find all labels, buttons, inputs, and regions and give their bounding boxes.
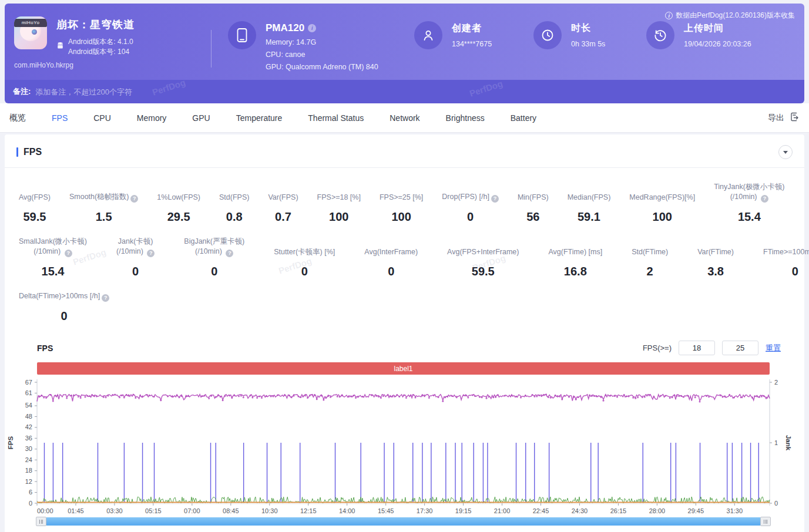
stat-label: Avg(FPS+InterFrame) bbox=[447, 247, 519, 257]
duration-label: 时长 bbox=[571, 22, 605, 35]
stat-label: Avg(FPS) bbox=[19, 193, 51, 203]
stat-label: Smooth(稳帧指数)? bbox=[69, 192, 138, 203]
section-accent bbox=[16, 147, 18, 157]
duration-value: 0h 33m 5s bbox=[571, 40, 605, 48]
creator-block: 创建者 134****7675 bbox=[414, 4, 533, 80]
device-memory: Memory: 14.7G bbox=[266, 38, 378, 46]
stat-value: 16.8 bbox=[548, 265, 602, 278]
stat-item: FPS>=18 [%]100 bbox=[317, 193, 361, 224]
remark-label: 备注: bbox=[13, 86, 31, 97]
remark-input[interactable] bbox=[35, 87, 282, 96]
collapse-button[interactable] bbox=[778, 145, 793, 159]
stat-value: 15.4 bbox=[714, 210, 784, 224]
device-cpu: CPU: canoe bbox=[266, 50, 378, 59]
svg-text:Jank: Jank bbox=[785, 435, 792, 451]
android-icon bbox=[56, 42, 64, 52]
svg-text:12:15: 12:15 bbox=[300, 507, 317, 514]
help-icon[interactable]: ? bbox=[147, 250, 155, 257]
stat-item: Min(FPS)56 bbox=[518, 193, 549, 224]
device-info-icon[interactable]: i bbox=[308, 24, 316, 32]
stat-item: Median(FPS)59.1 bbox=[568, 193, 611, 224]
stat-item: Avg(FTime) [ms]16.8 bbox=[548, 247, 602, 278]
stat-item: Avg(FPS+InterFrame)59.5 bbox=[447, 247, 519, 278]
tab-cpu[interactable]: CPU bbox=[93, 113, 111, 123]
fps-threshold-input-1[interactable] bbox=[679, 341, 715, 355]
help-icon[interactable]: ? bbox=[65, 250, 72, 257]
stat-label: Avg(InterFrame) bbox=[364, 247, 418, 257]
svg-text:01:45: 01:45 bbox=[68, 507, 84, 514]
export-button[interactable]: 导出 bbox=[768, 112, 800, 124]
tab-brightness[interactable]: Brightness bbox=[446, 113, 485, 123]
help-icon[interactable]: ? bbox=[226, 250, 233, 257]
svg-text:22:45: 22:45 bbox=[533, 507, 549, 514]
svg-text:05:15: 05:15 bbox=[145, 507, 162, 514]
help-icon[interactable]: ? bbox=[491, 195, 499, 203]
fps-chart-area: label1 6761544842363024181260210FPSJank0… bbox=[5, 360, 804, 532]
history-icon bbox=[646, 21, 674, 49]
collect-info: i 数据由PerfDog(12.0.260136)版本收集 bbox=[665, 11, 795, 21]
help-icon[interactable]: ? bbox=[102, 294, 109, 302]
help-icon[interactable]: ? bbox=[761, 195, 768, 203]
tab-battery[interactable]: Battery bbox=[511, 113, 536, 123]
scrollbar-right-handle[interactable] bbox=[760, 517, 771, 526]
creator-label: 创建者 bbox=[452, 22, 492, 35]
stat-label: 1%Low(FPS) bbox=[157, 193, 200, 203]
help-icon[interactable]: ? bbox=[130, 195, 138, 203]
svg-text:54: 54 bbox=[25, 402, 32, 409]
tab-概览[interactable]: 概览 bbox=[9, 113, 26, 123]
stat-label: Avg(FTime) [ms] bbox=[548, 247, 602, 257]
tab-thermal-status[interactable]: Thermal Status bbox=[308, 113, 364, 123]
tab-network[interactable]: Network bbox=[390, 113, 419, 123]
svg-text:2: 2 bbox=[774, 379, 778, 386]
stat-item: Jank(卡顿)(/10min) ?0 bbox=[116, 237, 155, 278]
svg-text:FPS: FPS bbox=[7, 436, 14, 449]
tab-temperature[interactable]: Temperature bbox=[236, 113, 283, 123]
stat-label: FPS>=18 [%] bbox=[317, 193, 361, 203]
fps-line-chart[interactable]: 6761544842363024181260210FPSJank00:0001:… bbox=[5, 375, 795, 517]
fps-threshold-input-2[interactable] bbox=[722, 341, 758, 355]
tab-gpu[interactable]: GPU bbox=[192, 113, 210, 123]
stat-label: Median(FPS) bbox=[568, 193, 611, 203]
svg-text:18: 18 bbox=[25, 467, 32, 474]
android-version-name: Android版本名: 4.1.0 bbox=[68, 37, 133, 47]
svg-text:67: 67 bbox=[25, 379, 32, 386]
stat-label: Jank(卡顿)(/10min) ? bbox=[116, 237, 155, 257]
stats-row-1: Avg(FPS)59.5Smooth(稳帧指数)?1.51%Low(FPS)29… bbox=[5, 182, 804, 224]
stat-label: Stutter(卡顿率) [%] bbox=[274, 247, 335, 257]
stat-item: Smooth(稳帧指数)?1.5 bbox=[69, 192, 138, 224]
tab-fps[interactable]: FPS bbox=[52, 113, 68, 123]
stat-item: Avg(FPS)59.5 bbox=[19, 193, 51, 224]
tab-memory[interactable]: Memory bbox=[137, 113, 167, 123]
stat-value: 0 bbox=[442, 210, 499, 224]
package-name: com.miHoYo.hkrpg bbox=[14, 61, 212, 69]
stat-item: BigJank(严重卡顿)(/10min) ?0 bbox=[184, 237, 244, 278]
svg-text:07:00: 07:00 bbox=[184, 507, 200, 514]
stat-item: Drop(FPS) [/h]?0 bbox=[442, 192, 499, 224]
svg-text:36: 36 bbox=[25, 435, 32, 442]
info-icon: i bbox=[665, 12, 673, 19]
stat-value: 56 bbox=[518, 210, 549, 224]
stat-label: Var(FTime) bbox=[697, 247, 734, 257]
creator-value: 134****7675 bbox=[452, 40, 492, 48]
stats-row-2: SmallJank(微小卡顿)(/10min) ?15.4Jank(卡顿)(/1… bbox=[5, 237, 804, 278]
fps-section-card: FPS Avg(FPS)59.5Smooth(稳帧指数)?1.51%Low(FP… bbox=[5, 134, 804, 532]
game-icon-label: miHoYo bbox=[14, 19, 47, 27]
stat-item: MedRange(FPS)[%]100 bbox=[629, 193, 695, 224]
chart-scrollbar[interactable] bbox=[37, 517, 770, 526]
svg-text:12: 12 bbox=[25, 478, 32, 485]
svg-text:31:30: 31:30 bbox=[727, 507, 743, 514]
svg-text:24:30: 24:30 bbox=[572, 507, 588, 514]
stat-item: Var(FTime)3.8 bbox=[697, 247, 734, 278]
scrollbar-left-handle[interactable] bbox=[36, 517, 46, 526]
svg-text:15:45: 15:45 bbox=[378, 507, 394, 514]
device-name: PMA120 bbox=[266, 22, 304, 34]
remark-bar: 备注: PerfDog PerfDog bbox=[5, 80, 804, 103]
reset-link[interactable]: 重置 bbox=[766, 343, 781, 353]
section-title: FPS bbox=[24, 147, 42, 157]
svg-text:6: 6 bbox=[29, 489, 32, 496]
stat-value: 0 bbox=[19, 309, 109, 323]
stat-item: Std(FTime)2 bbox=[632, 247, 668, 278]
svg-text:28:00: 28:00 bbox=[649, 507, 666, 514]
stat-item: Std(FPS)0.8 bbox=[219, 193, 249, 224]
stats-row-3: Delta(FTime)>100ms [/h]?0 bbox=[5, 291, 804, 323]
